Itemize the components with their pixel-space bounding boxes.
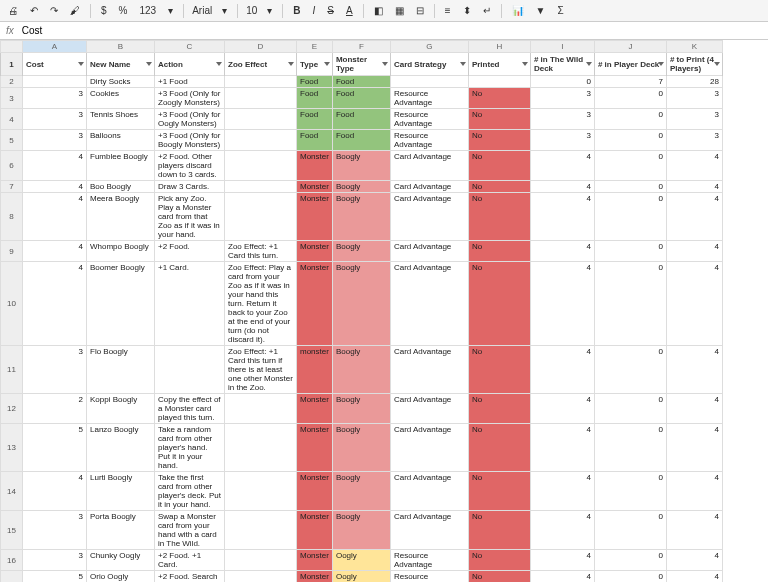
cell[interactable] (225, 571, 297, 583)
cell[interactable]: 0 (594, 193, 666, 241)
cell[interactable]: Balloons (87, 130, 155, 151)
cell[interactable]: 4 (666, 424, 722, 472)
functions-icon[interactable]: Σ (555, 5, 565, 16)
currency-button[interactable]: $ (99, 5, 109, 16)
cell[interactable]: Boogly (332, 193, 390, 241)
cell[interactable]: Monster (297, 193, 333, 241)
print-icon[interactable]: 🖨 (6, 5, 20, 16)
cell[interactable]: +3 Food (Only for Zoogly Monsters) (155, 88, 225, 109)
cell[interactable]: +2 Food. Search any discard pile for a c… (155, 571, 225, 583)
cell[interactable]: Pick any Zoo. Play a Monster card from t… (155, 193, 225, 241)
cell[interactable]: 0 (594, 346, 666, 394)
redo-icon[interactable]: ↷ (48, 5, 60, 16)
cell[interactable]: 4 (23, 241, 87, 262)
cell[interactable]: Copy the effect of a Monster card played… (155, 394, 225, 424)
cell[interactable]: Resource Advantage (390, 109, 468, 130)
chevron-down-icon[interactable]: ▾ (265, 5, 274, 16)
font-select[interactable]: Arial (192, 5, 212, 16)
cell[interactable]: 4 (666, 472, 722, 511)
cell[interactable]: 3 (23, 550, 87, 571)
wrap-icon[interactable]: ↵ (481, 5, 493, 16)
cell[interactable]: Monster (297, 424, 333, 472)
col-header-B[interactable]: B (87, 41, 155, 53)
borders-icon[interactable]: ▦ (393, 5, 406, 16)
cell[interactable]: No (468, 571, 530, 583)
cell[interactable]: +3 Food (Only for Boogly Monsters) (155, 130, 225, 151)
cell[interactable]: No (468, 346, 530, 394)
cell[interactable]: 4 (530, 193, 594, 241)
cell[interactable]: Boomer Boogly (87, 262, 155, 346)
cell[interactable]: Lanzo Boogly (87, 424, 155, 472)
cell[interactable] (225, 76, 297, 88)
filter-icon[interactable] (586, 62, 592, 66)
header-cell[interactable]: Action (155, 53, 225, 76)
cell[interactable]: Boogly (332, 151, 390, 181)
cell[interactable]: No (468, 472, 530, 511)
cell[interactable] (155, 346, 225, 394)
cell[interactable]: 0 (594, 424, 666, 472)
cell[interactable]: Monster (297, 571, 333, 583)
cell[interactable]: Card Advantage (390, 262, 468, 346)
cell[interactable]: 4 (666, 511, 722, 550)
cell[interactable]: Flo Boogly (87, 346, 155, 394)
cell[interactable]: 0 (594, 571, 666, 583)
col-header-F[interactable]: F (332, 41, 390, 53)
cell[interactable]: Boo Boogly (87, 181, 155, 193)
cell[interactable]: 3 (530, 109, 594, 130)
cell[interactable]: Swap a Monster card from your hand with … (155, 511, 225, 550)
chevron-down-icon[interactable]: ▾ (220, 5, 229, 16)
cell[interactable]: Card Advantage (390, 193, 468, 241)
filter-icon[interactable] (216, 62, 222, 66)
cell[interactable]: 4 (666, 571, 722, 583)
cell[interactable]: Meera Boogly (87, 193, 155, 241)
cell[interactable]: 3 (666, 88, 722, 109)
cell[interactable]: 4 (666, 151, 722, 181)
row-header[interactable]: 4 (1, 109, 23, 130)
cell[interactable]: 4 (23, 262, 87, 346)
cell[interactable]: Resource Advantage (390, 130, 468, 151)
cell[interactable]: 3 (530, 88, 594, 109)
cell[interactable] (225, 151, 297, 181)
cell[interactable]: 5 (23, 424, 87, 472)
header-cell[interactable]: New Name (87, 53, 155, 76)
row-header[interactable]: 3 (1, 88, 23, 109)
cell[interactable]: Orio Oogly (87, 571, 155, 583)
cell[interactable]: 4 (23, 151, 87, 181)
cell[interactable]: 3 (23, 130, 87, 151)
cell[interactable]: Dirty Socks (87, 76, 155, 88)
cell[interactable]: 4 (23, 193, 87, 241)
cell[interactable]: 0 (594, 262, 666, 346)
row-header[interactable]: 5 (1, 130, 23, 151)
cell[interactable]: Card Advantage (390, 472, 468, 511)
cell[interactable]: 0 (594, 88, 666, 109)
cell[interactable] (225, 193, 297, 241)
cell[interactable]: 0 (594, 241, 666, 262)
cell[interactable] (225, 88, 297, 109)
bold-button[interactable]: B (291, 5, 302, 16)
cell[interactable]: 0 (594, 511, 666, 550)
row-header[interactable]: 16 (1, 550, 23, 571)
cell[interactable] (390, 76, 468, 88)
filter-icon[interactable] (460, 62, 466, 66)
cell[interactable]: 0 (594, 109, 666, 130)
filter-icon[interactable] (78, 62, 84, 66)
header-cell[interactable]: # in Player Deck (594, 53, 666, 76)
cell[interactable]: Boogly (332, 394, 390, 424)
header-cell[interactable]: Printed (468, 53, 530, 76)
cell[interactable]: 4 (666, 262, 722, 346)
cell[interactable]: Card Advantage (390, 151, 468, 181)
cell[interactable]: 3 (23, 511, 87, 550)
row-header[interactable]: 12 (1, 394, 23, 424)
cell[interactable]: Monster (297, 550, 333, 571)
cell[interactable]: No (468, 394, 530, 424)
cell[interactable]: 0 (594, 130, 666, 151)
cell[interactable]: Monster (297, 181, 333, 193)
cell[interactable]: 4 (666, 181, 722, 193)
filter-icon[interactable] (714, 62, 720, 66)
formula-input[interactable] (22, 25, 622, 36)
row-header[interactable]: 17 (1, 571, 23, 583)
cell[interactable]: 3 (23, 88, 87, 109)
cell[interactable]: 7 (594, 76, 666, 88)
cell[interactable]: 3 (530, 130, 594, 151)
cell[interactable] (225, 394, 297, 424)
